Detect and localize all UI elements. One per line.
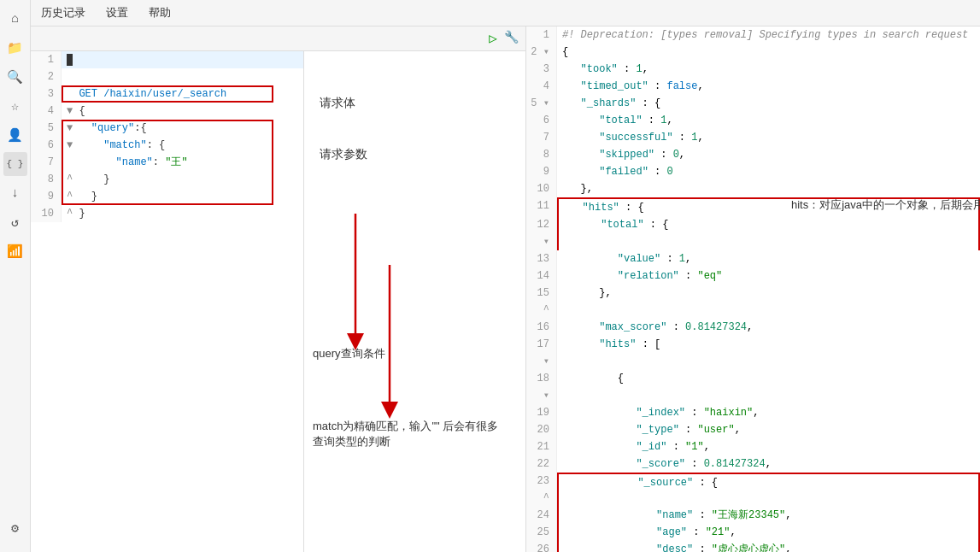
editor-line-2: 2 — [31, 68, 303, 85]
editor-line-3: 3 GET /haixin/user/_search — [31, 85, 303, 103]
editor-panel: ▷ 🔧 1 2 — [31, 26, 526, 552]
run-button[interactable]: ▷ — [489, 30, 497, 47]
result-line-12: 12 ▾ "total" : { — [526, 216, 980, 250]
home-icon[interactable]: ⌂ — [3, 7, 27, 31]
wifi-icon[interactable]: 📶 — [3, 239, 27, 263]
editor-line-7: 7 "name": "王" — [31, 154, 303, 171]
menu-help[interactable]: 帮助 — [145, 3, 174, 22]
request-params-label: 请求参数 — [320, 147, 367, 162]
code-icon[interactable]: { } — [3, 152, 27, 176]
menu-settings[interactable]: 设置 — [103, 3, 132, 22]
editor-line-5: 5 ▼ "query":{ — [31, 120, 303, 137]
result-scroll[interactable]: hits：对应java中的一个对象，后期会用 1 #! Deprecation:… — [526, 26, 980, 552]
arrows-svg — [304, 51, 525, 552]
request-body-label: 请求体 — [320, 96, 355, 111]
result-line-14: 14 "relation" : "eq" — [526, 267, 980, 285]
user-icon[interactable]: 👤 — [3, 123, 27, 147]
result-line-26: 26 "desc" : "虚心虚心虚心", — [526, 541, 980, 552]
result-line-23: 23 ^ "_source" : { — [526, 473, 980, 507]
result-line-21: 21 "_id" : "1", — [526, 438, 980, 455]
hits-annotation: hits：对应java中的一个对象，后期会用 — [791, 197, 980, 213]
sidebar: ⌂ 📁 🔍 ☆ 👤 { } ↓ ↺ 📶 ⚙ — [0, 0, 31, 552]
download-icon[interactable]: ↓ — [3, 181, 27, 205]
settings-icon[interactable]: ⚙ — [3, 516, 27, 540]
result-line-20: 20 "_type" : "user", — [526, 421, 980, 438]
result-line-3: 3 "took" : 1, — [526, 61, 980, 78]
panels: ▷ 🔧 1 2 — [31, 26, 980, 552]
result-line-9: 9 "failed" : 0 — [526, 163, 980, 180]
result-line-7: 7 "successful" : 1, — [526, 129, 980, 146]
result-line-15: 15 ^ }, — [526, 285, 980, 319]
result-line-24: 24 "name" : "王海新23345", — [526, 507, 980, 524]
result-line-17: 17 ▾ "hits" : [ — [526, 336, 980, 370]
editor-line-1: 1 — [31, 51, 303, 68]
editor-toolbar: ▷ 🔧 — [31, 26, 525, 51]
wrench-button[interactable]: 🔧 — [504, 30, 519, 47]
editor-line-10: 10 ^ } — [31, 205, 303, 222]
result-line-13: 13 "value" : 1, — [526, 250, 980, 267]
result-line-2: 2 ▾ { — [526, 44, 980, 61]
result-line-19: 19 "_index" : "haixin", — [526, 404, 980, 421]
editor-line-9: 9 ^ } — [31, 188, 303, 205]
match-label: match为精确匹配，输入"" 后会有很多查询类型的判断 — [313, 419, 509, 449]
refresh-icon[interactable]: ↺ — [3, 210, 27, 234]
annotation-area: 请求体 请求参数 — [304, 51, 525, 552]
editor-line-6: 6 ▼ "match": { — [31, 137, 303, 154]
result-line-6: 6 "total" : 1, — [526, 112, 980, 129]
main-content: 历史记录 设置 帮助 ▷ 🔧 1 — [31, 0, 980, 552]
result-line-18: 18 ▾ { — [526, 370, 980, 404]
query-label: query查询条件 — [313, 346, 385, 361]
result-panel: hits：对应java中的一个对象，后期会用 1 #! Deprecation:… — [526, 26, 980, 552]
bookmark-icon[interactable]: ☆ — [3, 94, 27, 118]
editor-line-8: 8 ^ } — [31, 171, 303, 188]
result-line-22: 22 "_score" : 0.81427324, — [526, 455, 980, 473]
result-line-1: 1 #! Deprecation: [types removal] Specif… — [526, 26, 980, 44]
code-editor[interactable]: 1 2 3 GET /haixin/user/_search — [31, 51, 304, 552]
folder-icon[interactable]: 📁 — [3, 36, 27, 60]
menu-bar: 历史记录 设置 帮助 — [31, 0, 980, 26]
search-icon[interactable]: 🔍 — [3, 65, 27, 89]
result-line-10: 10 }, — [526, 180, 980, 197]
result-line-16: 16 "max_score" : 0.81427324, — [526, 319, 980, 336]
menu-history[interactable]: 历史记录 — [38, 3, 89, 22]
editor-line-4: 4 ▼ { — [31, 103, 303, 120]
result-line-25: 25 "age" : "21", — [526, 524, 980, 541]
result-line-4: 4 "timed_out" : false, — [526, 78, 980, 95]
result-line-8: 8 "skipped" : 0, — [526, 146, 980, 163]
result-line-5: 5 ▾ "_shards" : { — [526, 95, 980, 112]
